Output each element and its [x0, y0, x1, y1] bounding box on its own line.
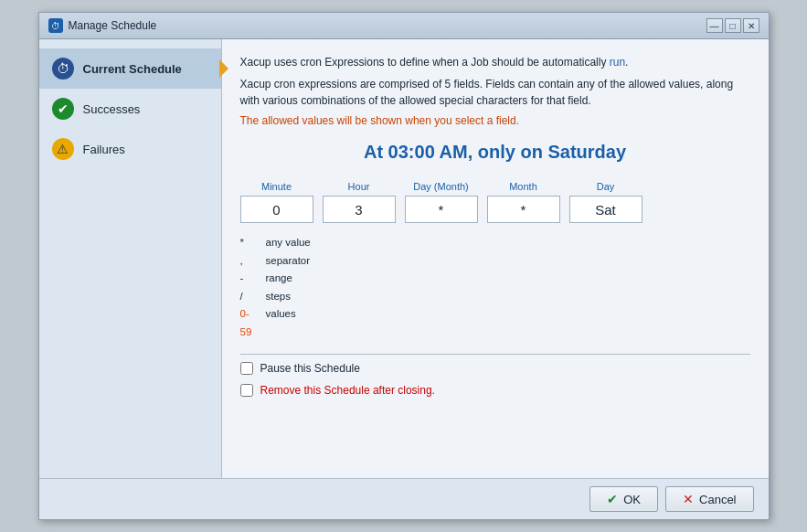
cancel-label: Cancel: [699, 493, 736, 506]
legend-desc-sep: separator: [266, 252, 311, 271]
sidebar-item-current-schedule[interactable]: ⏱ Current Schedule: [39, 48, 221, 89]
legend-sym-values: 0-59: [240, 305, 259, 341]
field-month-label: Month: [509, 181, 537, 192]
info-text-line2: Xacup cron expressions are comprised of …: [240, 76, 750, 109]
main-content: Xacup uses cron Expressions to define wh…: [222, 39, 769, 478]
ok-icon: ✔: [607, 492, 618, 506]
titlebar-left: ⏱ Manage Schedule: [48, 18, 157, 33]
pause-checkbox[interactable]: [240, 362, 253, 375]
legend-any-value: * any value: [240, 234, 750, 252]
restore-button[interactable]: □: [725, 18, 741, 33]
field-day-week-label: Day: [597, 181, 615, 192]
legend-separator: , separator: [240, 252, 750, 271]
legend-desc-any: any value: [266, 234, 311, 252]
field-day-month-label: Day (Month): [413, 181, 469, 192]
field-hour-input[interactable]: [323, 196, 396, 223]
clock-icon: ⏱: [52, 58, 74, 80]
sidebar-item-successes[interactable]: ✔ Successes: [39, 89, 221, 129]
legend-sym-steps: /: [240, 288, 259, 306]
pause-label[interactable]: Pause this Schedule: [260, 362, 360, 375]
footer: ✔ OK ✕ Cancel: [39, 478, 769, 519]
field-hour: Hour: [323, 181, 396, 223]
legend-range: - range: [240, 270, 750, 288]
check-icon: ✔: [52, 98, 74, 120]
legend-desc-steps: steps: [266, 288, 292, 306]
legend-sym-sep: ,: [240, 252, 259, 271]
sidebar: ⏱ Current Schedule ✔ Successes ⚠ Failure…: [39, 39, 222, 478]
sidebar-item-label-successes: Successes: [83, 102, 141, 116]
field-minute: Minute: [240, 181, 313, 223]
info-text-line1: Xacup uses cron Expressions to define wh…: [240, 54, 750, 70]
field-hour-label: Hour: [348, 181, 370, 192]
legend-values: 0-59 values: [240, 305, 750, 341]
warning-icon: ⚠: [52, 138, 74, 160]
field-day-month: Day (Month): [405, 181, 478, 223]
field-day-week-input[interactable]: [569, 196, 642, 223]
field-day-week: Day: [569, 181, 642, 223]
divider: [240, 354, 750, 355]
field-minute-input[interactable]: [240, 196, 313, 223]
cancel-button[interactable]: ✕ Cancel: [665, 486, 753, 512]
close-button[interactable]: ✕: [743, 18, 759, 33]
legend-sym-range: -: [240, 270, 259, 288]
remove-checkbox[interactable]: [240, 384, 253, 397]
legend-desc-range: range: [266, 270, 292, 288]
field-month-input[interactable]: [487, 196, 560, 223]
legend-desc-values: values: [266, 305, 296, 341]
field-month: Month: [487, 181, 560, 223]
titlebar-buttons: — □ ✕: [706, 18, 759, 33]
app-icon: ⏱: [48, 18, 63, 33]
field-day-month-input[interactable]: [405, 196, 478, 223]
legend-steps: / steps: [240, 288, 750, 306]
ok-button[interactable]: ✔ OK: [589, 486, 658, 512]
titlebar: ⏱ Manage Schedule — □ ✕: [39, 13, 769, 39]
info-highlight: run: [610, 56, 625, 69]
ok-label: OK: [623, 493, 641, 506]
cron-legend: * any value , separator - range / steps …: [240, 234, 750, 341]
manage-schedule-window: ⏱ Manage Schedule — □ ✕ ⏱ Current Schedu…: [38, 12, 770, 520]
allowed-values-text: The allowed values will be shown when yo…: [240, 114, 750, 127]
sidebar-item-label-current-schedule: Current Schedule: [83, 62, 182, 76]
window-title: Manage Schedule: [69, 19, 157, 32]
pause-checkbox-row: Pause this Schedule: [240, 362, 750, 375]
cron-fields-row: Minute Hour Day (Month) Month Day: [240, 181, 750, 223]
sidebar-item-failures[interactable]: ⚠ Failures: [39, 129, 221, 169]
window-body: ⏱ Current Schedule ✔ Successes ⚠ Failure…: [39, 39, 769, 478]
cancel-icon: ✕: [683, 492, 694, 506]
legend-sym-any: *: [240, 234, 259, 252]
minimize-button[interactable]: —: [706, 18, 723, 33]
field-minute-label: Minute: [261, 181, 292, 192]
remove-label[interactable]: Remove this Schedule after closing.: [260, 384, 435, 397]
remove-checkbox-row: Remove this Schedule after closing.: [240, 384, 750, 397]
schedule-display: At 03:00 AM, only on Saturday: [240, 142, 750, 163]
sidebar-item-label-failures: Failures: [83, 143, 125, 156]
